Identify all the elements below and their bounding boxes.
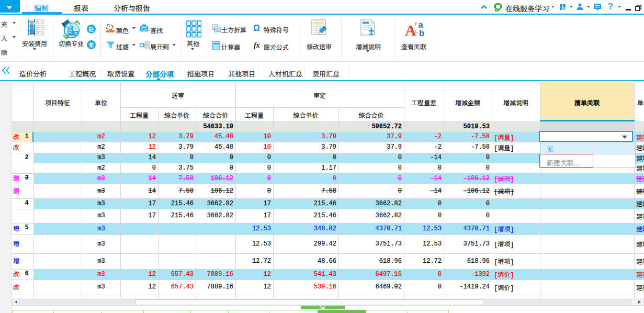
svg-text:A: A bbox=[405, 21, 416, 37]
svg-text:b: b bbox=[419, 29, 424, 37]
